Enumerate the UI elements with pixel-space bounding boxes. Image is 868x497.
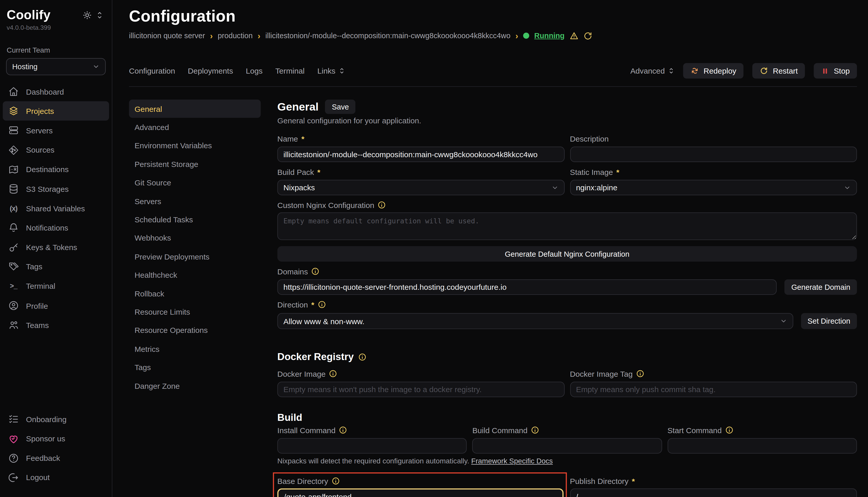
sidebar-item-tags[interactable]: Tags <box>3 257 109 276</box>
subnav-tags[interactable]: Tags <box>129 358 261 377</box>
sidebar-item-shared-variables[interactable]: (x) Shared Variables <box>3 199 109 218</box>
install-command-input[interactable] <box>277 438 467 453</box>
sidebar-item-projects[interactable]: Projects <box>3 101 109 121</box>
docker-image-label: Docker Image <box>277 369 326 378</box>
subnav-persistent-storage[interactable]: Persistent Storage <box>129 155 261 173</box>
subnav-scheduled-tasks[interactable]: Scheduled Tasks <box>129 210 261 229</box>
subnav-general[interactable]: General <box>129 100 261 118</box>
info-icon <box>377 201 386 209</box>
subnav-metrics[interactable]: Metrics <box>129 340 261 358</box>
sidebar-item-teams[interactable]: Teams <box>3 315 109 335</box>
sidebar-item-keys-tokens[interactable]: Keys & Tokens <box>3 238 109 257</box>
sidebar-item-dashboard[interactable]: Dashboard <box>3 82 109 101</box>
publish-directory-input[interactable] <box>570 488 857 497</box>
static-image-label: Static Image <box>570 167 613 176</box>
redeploy-button[interactable]: Redeploy <box>683 63 743 79</box>
build-command-input[interactable] <box>472 438 662 453</box>
advanced-dropdown[interactable]: Advanced <box>630 67 674 75</box>
sidebar-item-notifications[interactable]: Notifications <box>3 218 109 238</box>
subnav-rollback[interactable]: Rollback <box>129 284 261 303</box>
subnav-resource-operations[interactable]: Resource Operations <box>129 321 261 340</box>
restart-button[interactable]: Restart <box>752 63 805 79</box>
subnav-git-source[interactable]: Git Source <box>129 173 261 192</box>
theme-selector-chevrons-icon[interactable] <box>96 11 103 19</box>
chevron-down-icon <box>780 317 787 325</box>
sidebar-item-servers[interactable]: Servers <box>3 121 109 140</box>
breadcrumb-environment[interactable]: production <box>218 31 252 40</box>
build-pack-select[interactable]: Nixpacks <box>277 180 564 195</box>
subnav-danger-zone[interactable]: Danger Zone <box>129 377 261 395</box>
sidebar-item-s3-storages[interactable]: S3 Storages <box>3 179 109 199</box>
team-select[interactable]: Hosting <box>6 58 106 75</box>
subnav-environment-variables[interactable]: Environment Variables <box>129 137 261 155</box>
direction-select[interactable]: Allow www & non-www. <box>277 313 793 329</box>
checklist-icon <box>8 414 19 424</box>
sidebar-footer: Onboarding Sponsor us Feedback Logout <box>0 410 112 487</box>
redeploy-icon <box>688 65 701 77</box>
subnav-healthcheck[interactable]: Healthcheck <box>129 266 261 284</box>
description-input[interactable] <box>570 147 857 162</box>
nginx-config-textarea[interactable] <box>277 212 857 240</box>
name-input[interactable] <box>277 147 564 162</box>
theme-sun-icon[interactable] <box>83 11 91 19</box>
docker-image-tag-input[interactable] <box>570 382 857 397</box>
sidebar-item-label: Projects <box>26 107 54 116</box>
stop-button[interactable]: Stop <box>814 63 857 79</box>
domains-input[interactable] <box>277 279 777 295</box>
base-directory-highlight-box: Base Directory <box>273 472 566 497</box>
install-command-label: Install Command <box>277 426 336 435</box>
subnav-preview-deployments[interactable]: Preview Deployments <box>129 247 261 266</box>
docker-image-input[interactable] <box>277 382 564 397</box>
stop-icon <box>821 67 829 75</box>
nginx-config-label: Custom Nginx Configuration <box>277 201 374 210</box>
breadcrumb-project[interactable]: illicitonion quote server <box>129 31 205 40</box>
settings-subnav: General Advanced Environment Variables P… <box>129 100 261 497</box>
app-version: v4.0.0-beta.399 <box>0 23 112 31</box>
set-direction-button[interactable]: Set Direction <box>801 313 857 329</box>
tab-terminal[interactable]: Terminal <box>275 67 305 75</box>
framework-docs-link[interactable]: Framework Specific Docs <box>471 457 553 465</box>
start-command-input[interactable] <box>667 438 857 453</box>
direction-label: Direction <box>277 300 308 309</box>
sidebar-item-destinations[interactable]: Destinations <box>3 160 109 179</box>
tab-deployments[interactable]: Deployments <box>188 67 233 75</box>
sidebar-item-label: Feedback <box>26 454 60 463</box>
sidebar-item-sources[interactable]: Sources <box>3 140 109 160</box>
layers-icon <box>8 106 19 116</box>
info-icon <box>358 353 367 361</box>
server-icon <box>8 125 19 136</box>
breadcrumb-application[interactable]: illicitestonion/-module--decomposition:m… <box>265 31 510 40</box>
tab-logs[interactable]: Logs <box>246 67 263 75</box>
save-button[interactable]: Save <box>325 100 356 114</box>
warning-icon[interactable] <box>569 31 578 40</box>
tab-configuration[interactable]: Configuration <box>129 67 175 75</box>
sidebar-item-sponsor-us[interactable]: Sponsor us <box>3 429 109 449</box>
chevron-up-down-icon <box>339 67 345 75</box>
app-logo[interactable]: Coolify <box>7 8 51 23</box>
tag-icon <box>8 261 19 272</box>
subnav-resource-limits[interactable]: Resource Limits <box>129 303 261 321</box>
build-pack-label: Build Pack <box>277 167 314 176</box>
sidebar-item-label: Notifications <box>26 223 68 232</box>
heart-icon <box>8 434 19 444</box>
subnav-servers[interactable]: Servers <box>129 192 261 210</box>
status-running-link[interactable]: Running <box>534 31 565 40</box>
domains-label: Domains <box>277 267 308 276</box>
generate-domain-button[interactable]: Generate Domain <box>785 279 857 295</box>
sidebar-item-feedback[interactable]: Feedback <box>3 448 109 468</box>
subnav-webhooks[interactable]: Webhooks <box>129 229 261 247</box>
header-actions: Advanced Redeploy Restart Stop <box>630 63 857 79</box>
subnav-advanced[interactable]: Advanced <box>129 118 261 137</box>
sidebar-item-logout[interactable]: Logout <box>3 468 109 487</box>
sidebar-item-profile[interactable]: Profile <box>3 296 109 315</box>
current-team-label: Current Team <box>0 31 112 54</box>
build-heading: Build <box>277 412 302 423</box>
sidebar-item-terminal[interactable]: >_ Terminal <box>3 276 109 296</box>
sidebar-item-onboarding[interactable]: Onboarding <box>3 410 109 429</box>
static-image-select[interactable]: nginx:alpine <box>570 180 857 195</box>
generate-nginx-button[interactable]: Generate Default Nginx Configuration <box>277 246 857 261</box>
nixpacks-note: Nixpacks will detect the required config… <box>277 457 469 465</box>
refresh-icon[interactable] <box>583 31 592 40</box>
base-directory-input[interactable] <box>277 488 563 497</box>
tab-links[interactable]: Links <box>317 67 345 75</box>
